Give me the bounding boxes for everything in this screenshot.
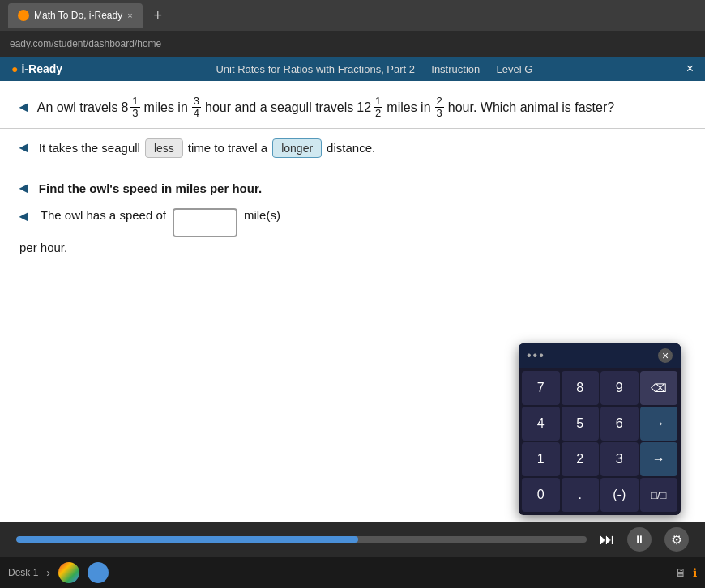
q-text2: hour and a seagull travels xyxy=(205,97,353,118)
owl-distance: 8 1 3 xyxy=(121,96,140,120)
taskbar: Desk 1 › 🖥 ℹ xyxy=(0,557,705,588)
longer-chip[interactable]: longer xyxy=(272,138,322,158)
answer-text1: time to travel a xyxy=(188,141,267,155)
skip-end-button[interactable]: ⏭ xyxy=(600,531,614,548)
less-chip[interactable]: less xyxy=(145,138,183,158)
owl-speed-audio-button[interactable]: ◄ xyxy=(16,208,31,225)
chrome-taskbar-icon[interactable] xyxy=(58,562,79,583)
answer-prefix: It takes the seagull xyxy=(39,141,140,155)
find-speed-audio-button[interactable]: ◄ xyxy=(16,180,31,197)
main-content: ● i-Ready Unit Rates for Ratios with Fra… xyxy=(0,57,705,588)
seagull-whole: 12 xyxy=(357,97,371,118)
calc-backspace[interactable]: ⌫ xyxy=(640,371,678,405)
tab-favicon xyxy=(18,10,29,21)
calc-arrow1[interactable]: → xyxy=(640,407,678,441)
seagull-frac-den: 2 xyxy=(374,108,382,119)
question-audio-button[interactable]: ◄ xyxy=(16,96,31,119)
seagull-time-den: 3 xyxy=(435,108,444,119)
answer-audio-button[interactable]: ◄ xyxy=(16,139,31,156)
q-text3: miles in xyxy=(387,97,430,118)
desk-label: Desk 1 xyxy=(8,567,38,578)
calc-grid: 7 8 9 ⌫ 4 5 6 → 1 2 3 → 0 . (-) □/□ xyxy=(519,368,681,515)
calc-2[interactable]: 2 xyxy=(562,442,600,476)
owl-time-den: 4 xyxy=(192,108,201,119)
calc-1[interactable]: 1 xyxy=(522,442,560,476)
calculator: ••• × 7 8 9 ⌫ 4 5 6 → 1 2 3 → 0 . (-) □/… xyxy=(519,343,681,515)
browser-chrome: Math To Do, i-Ready × + xyxy=(0,0,705,31)
q-text1: miles in xyxy=(144,97,188,118)
pause-button[interactable]: ⏸ xyxy=(627,527,652,552)
calc-6[interactable]: 6 xyxy=(600,407,639,441)
calc-close-button[interactable]: × xyxy=(658,348,673,363)
calc-4[interactable]: 4 xyxy=(522,407,560,441)
tab-title: Math To Do, i-Ready xyxy=(34,10,122,21)
calc-dots: ••• xyxy=(527,348,545,363)
owl-time-num: 3 xyxy=(192,96,201,108)
iready-header: ● i-Ready Unit Rates for Ratios with Fra… xyxy=(0,57,705,81)
question-area: ◄ An owl travels 8 1 3 miles in 3 4 hour… xyxy=(0,81,705,129)
settings-button[interactable]: ⚙ xyxy=(664,527,689,552)
owl-speed-row: ◄ The owl has a speed of mile(s) xyxy=(16,208,689,237)
browser-tab[interactable]: Math To Do, i-Ready × xyxy=(8,3,143,28)
lesson-progress-bar: ⏭ ⏸ ⚙ xyxy=(0,522,705,557)
calc-header: ••• × xyxy=(519,343,681,368)
calc-negative[interactable]: (-) xyxy=(600,478,639,512)
calc-arrow2[interactable]: → xyxy=(640,442,678,476)
seagull-time-num: 2 xyxy=(435,96,444,108)
calc-5[interactable]: 5 xyxy=(562,407,600,441)
app-taskbar-icon[interactable] xyxy=(88,562,109,583)
question-intro: An owl travels xyxy=(37,97,118,118)
owl-speed-unit: mile(s) xyxy=(244,208,280,222)
calc-7[interactable]: 7 xyxy=(522,371,560,405)
answer-suffix: distance. xyxy=(327,141,375,155)
per-hour-label: per hour. xyxy=(19,241,689,254)
calc-3[interactable]: 3 xyxy=(600,442,639,476)
find-speed-section: ◄ Find the owl's speed in miles per hour… xyxy=(0,168,705,266)
logo-bullet: ● xyxy=(11,62,18,75)
answer-row: ◄ It takes the seagull less time to trav… xyxy=(16,138,689,158)
address-bar: eady.com/student/dashboard/home xyxy=(0,31,705,57)
taskbar-monitor-icon: 🖥 xyxy=(675,566,686,579)
progress-container xyxy=(16,536,587,543)
calc-0[interactable]: 0 xyxy=(522,478,560,512)
owl-frac-den: 3 xyxy=(130,108,139,119)
iready-logo: ● i-Ready xyxy=(11,62,62,75)
owl-speed-input[interactable] xyxy=(173,208,237,237)
address-text: eady.com/student/dashboard/home xyxy=(10,38,161,49)
progress-fill xyxy=(16,536,358,543)
seagull-fraction: 1 2 xyxy=(374,96,382,120)
calc-fraction[interactable]: □/□ xyxy=(640,478,678,512)
seagull-frac-num: 1 xyxy=(374,96,382,108)
q-text4: hour. Which animal is faster? xyxy=(448,97,614,118)
seagull-distance: 12 1 2 xyxy=(357,96,383,120)
logo-text: i-Ready xyxy=(21,62,62,75)
desk-arrow: › xyxy=(46,566,50,579)
owl-time-fraction: 3 4 xyxy=(192,96,201,120)
taskbar-right: 🖥 ℹ xyxy=(675,566,697,579)
owl-fraction: 1 3 xyxy=(130,96,139,120)
owl-frac-num: 1 xyxy=(130,96,139,108)
calc-9[interactable]: 9 xyxy=(600,371,639,405)
taskbar-info-icon: ℹ xyxy=(693,566,697,579)
owl-whole: 8 xyxy=(121,97,128,118)
iready-close-button[interactable]: × xyxy=(686,62,694,76)
tab-close-button[interactable]: × xyxy=(127,11,132,20)
lesson-title: Unit Rates for Ratios with Fractions, Pa… xyxy=(216,63,532,75)
owl-speed-prefix: The owl has a speed of xyxy=(41,208,166,222)
calc-decimal[interactable]: . xyxy=(562,478,600,512)
new-tab-button[interactable]: + xyxy=(149,7,168,24)
question-text: ◄ An owl travels 8 1 3 miles in 3 4 hour… xyxy=(16,96,689,120)
find-speed-label: ◄ Find the owl's speed in miles per hour… xyxy=(16,180,689,197)
find-speed-text: Find the owl's speed in miles per hour. xyxy=(39,181,262,195)
seagull-time-fraction: 2 3 xyxy=(435,96,444,120)
answer-section: ◄ It takes the seagull less time to trav… xyxy=(0,129,705,168)
calc-8[interactable]: 8 xyxy=(562,371,600,405)
